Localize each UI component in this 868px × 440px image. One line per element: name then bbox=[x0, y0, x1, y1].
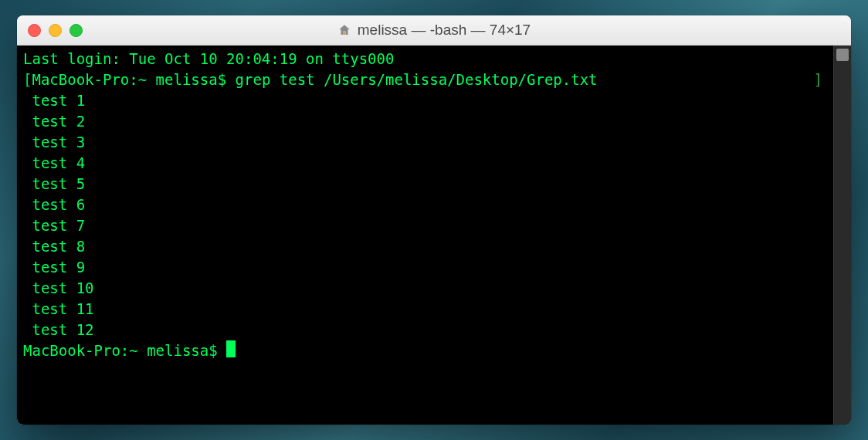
output-line: test 9 bbox=[23, 259, 85, 276]
terminal-content[interactable]: Last login: Tue Oct 10 20:04:19 on ttys0… bbox=[17, 46, 833, 425]
terminal-area[interactable]: Last login: Tue Oct 10 20:04:19 on ttys0… bbox=[17, 46, 851, 425]
window-title-area: melissa — -bash — 74×17 bbox=[17, 22, 851, 39]
output-line: test 10 bbox=[23, 279, 94, 296]
titlebar[interactable]: melissa — -bash — 74×17 bbox=[17, 15, 851, 46]
output-line: test 3 bbox=[23, 134, 85, 151]
close-button[interactable] bbox=[28, 24, 41, 37]
window-title: melissa — -bash — 74×17 bbox=[358, 22, 531, 39]
cursor bbox=[226, 340, 236, 357]
prompt-text: MacBook-Pro:~ melissa$ bbox=[32, 71, 235, 88]
maximize-button[interactable] bbox=[70, 24, 83, 37]
last-login-line: Last login: Tue Oct 10 20:04:19 on ttys0… bbox=[23, 50, 394, 67]
scrollbar[interactable] bbox=[833, 46, 851, 425]
output-line: test 4 bbox=[23, 154, 85, 171]
current-prompt: MacBook-Pro:~ melissa$ bbox=[23, 342, 226, 359]
terminal-window: melissa — -bash — 74×17 Last login: Tue … bbox=[17, 15, 851, 425]
scroll-indicator-icon[interactable] bbox=[836, 49, 849, 61]
prompt-close-bracket: ] bbox=[814, 69, 822, 90]
output-line: test 5 bbox=[23, 175, 85, 192]
home-icon bbox=[337, 23, 351, 37]
prompt-open-bracket: [ bbox=[23, 71, 32, 88]
traffic-lights bbox=[17, 24, 83, 37]
command-line: [MacBook-Pro:~ melissa$ grep test /Users… bbox=[23, 69, 827, 90]
entered-command: grep test /Users/melissa/Desktop/Grep.tx… bbox=[236, 71, 598, 88]
output-line: test 12 bbox=[23, 321, 94, 338]
output-line: test 7 bbox=[23, 217, 85, 234]
output-line: test 6 bbox=[23, 196, 85, 213]
output-line: test 2 bbox=[23, 113, 85, 130]
minimize-button[interactable] bbox=[49, 24, 62, 37]
output-line: test 11 bbox=[23, 300, 94, 317]
output-line: test 1 bbox=[23, 92, 85, 109]
output-line: test 8 bbox=[23, 238, 85, 255]
